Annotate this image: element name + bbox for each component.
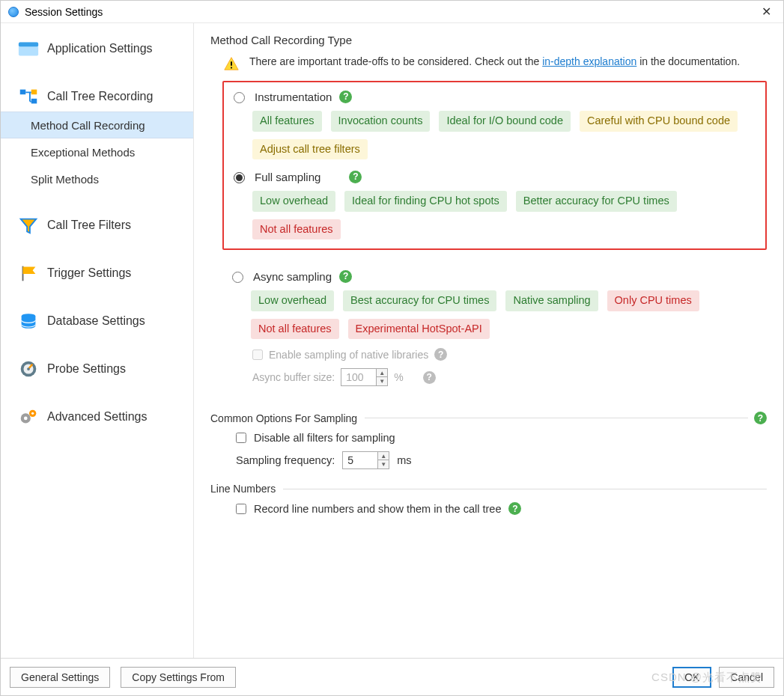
sidebar-item-application-settings[interactable]: Application Settings: [1, 34, 193, 64]
svg-point-10: [24, 417, 28, 421]
help-icon[interactable]: ?: [423, 371, 436, 384]
spinner-up-icon[interactable]: ▲: [377, 369, 387, 377]
async-sampling-tags: Low overheadBest accuracy for CPU timesN…: [251, 290, 761, 339]
sidebar-item-label: Split Methods: [31, 173, 99, 186]
help-icon[interactable]: ?: [508, 502, 521, 515]
divider: [365, 418, 748, 418]
async-buffer-size-unit: %: [394, 371, 403, 383]
divider: [283, 489, 767, 489]
tag: Only CPU times: [607, 290, 699, 311]
sidebar-item-exceptional-methods[interactable]: Exceptional Methods: [1, 138, 193, 165]
svg-rect-3: [31, 90, 37, 95]
spinner-down-icon[interactable]: ▼: [378, 460, 389, 468]
help-icon[interactable]: ?: [349, 171, 362, 183]
info-text: There are important trade-offs to be con…: [249, 54, 740, 69]
radio-instrumentation[interactable]: [234, 92, 245, 103]
cancel-button[interactable]: Cancel: [719, 667, 774, 688]
tag: All features: [252, 111, 322, 132]
sidebar-item-label: Exceptional Methods: [31, 146, 135, 159]
help-icon[interactable]: ?: [339, 270, 352, 283]
general-settings-button[interactable]: General Settings: [10, 667, 110, 688]
sidebar-item-advanced-settings[interactable]: Advanced Settings: [1, 402, 193, 432]
sidebar-item-label: Trigger Settings: [47, 266, 131, 280]
radio-full-sampling[interactable]: [234, 172, 245, 183]
warning-icon: [222, 54, 240, 72]
tag: Low overhead: [252, 191, 335, 212]
radio-instrumentation-label[interactable]: Instrumentation: [255, 91, 332, 103]
page-title: Method Call Recording Type: [210, 34, 767, 46]
svg-rect-2: [20, 90, 26, 95]
svg-point-12: [31, 412, 34, 415]
disable-all-filters-label: Disable all filters for sampling: [254, 432, 395, 444]
svg-rect-14: [231, 67, 232, 69]
main-panel: Method Call Recording Type There are imp…: [194, 23, 783, 658]
svg-rect-4: [31, 99, 37, 104]
full-sampling-tags: Low overheadIdeal for finding CPU hot sp…: [252, 191, 759, 239]
svg-point-8: [27, 367, 30, 370]
sidebar-item-call-tree-filters[interactable]: Call Tree Filters: [1, 210, 193, 240]
gears-icon: [16, 406, 41, 428]
sampling-frequency-unit: ms: [397, 454, 411, 466]
window-titlebar: Session Settings ✕: [1, 1, 783, 23]
sidebar: Application Settings Call Tree Recording…: [1, 23, 194, 658]
sidebar-item-label: Advanced Settings: [47, 410, 147, 424]
help-icon[interactable]: ?: [754, 412, 767, 424]
in-depth-explanation-link[interactable]: in-depth explanation: [542, 55, 636, 67]
async-buffer-size-field[interactable]: ▲ ▼: [341, 368, 388, 386]
info-pre: There are important trade-offs to be con…: [249, 55, 542, 67]
flag-icon: [16, 262, 41, 284]
funnel-icon: [16, 214, 41, 236]
checkbox-enable-native-sampling[interactable]: [252, 349, 263, 360]
app-icon: [8, 7, 19, 17]
database-icon: [16, 310, 41, 332]
tag: Adjust call tree filters: [252, 139, 368, 160]
ok-button[interactable]: OK: [672, 667, 711, 688]
sidebar-item-split-methods[interactable]: Split Methods: [1, 165, 193, 192]
info-post: in the documentation.: [636, 55, 740, 67]
spinner-up-icon[interactable]: ▲: [378, 452, 389, 460]
svg-rect-1: [19, 43, 38, 47]
sidebar-item-label: Application Settings: [47, 42, 153, 55]
radio-async-sampling-label[interactable]: Async sampling: [253, 270, 332, 283]
spinner-down-icon[interactable]: ▼: [377, 377, 387, 385]
svg-rect-13: [231, 61, 232, 66]
tag: Best accuracy for CPU times: [343, 290, 496, 311]
footer: General Settings Copy Settings From OK C…: [1, 658, 783, 695]
copy-settings-from-button[interactable]: Copy Settings From: [121, 667, 236, 688]
tag: Invocation counts: [331, 111, 431, 132]
tree-icon: [16, 85, 41, 108]
async-sampling-block: Async sampling ? Low overheadBest accura…: [222, 262, 767, 398]
sampling-frequency-field[interactable]: ▲ ▼: [342, 451, 389, 469]
tag: Better accuracy for CPU times: [516, 191, 677, 212]
help-icon[interactable]: ?: [434, 348, 447, 361]
async-buffer-size-input[interactable]: [341, 371, 376, 383]
sidebar-item-trigger-settings[interactable]: Trigger Settings: [1, 258, 193, 288]
instrumentation-tags: All featuresInvocation countsIdeal for I…: [252, 111, 759, 159]
record-line-numbers-label: Record line numbers and show them in the…: [254, 503, 501, 515]
enable-native-sampling-label: Enable sampling of native libraries: [269, 349, 428, 361]
sidebar-item-label: Database Settings: [47, 314, 145, 328]
help-icon[interactable]: ?: [339, 91, 352, 103]
sampling-frequency-input[interactable]: [343, 454, 377, 466]
common-options-heading: Common Options For Sampling: [210, 412, 357, 424]
tag: Low overhead: [251, 290, 334, 311]
checkbox-record-line-numbers[interactable]: [236, 504, 246, 514]
radio-full-sampling-label[interactable]: Full sampling: [255, 171, 320, 183]
radio-async-sampling[interactable]: [232, 272, 243, 283]
sidebar-item-label: Call Tree Recording: [47, 90, 153, 103]
sidebar-item-database-settings[interactable]: Database Settings: [1, 306, 193, 336]
close-icon[interactable]: ✕: [757, 4, 776, 19]
sidebar-item-label: Probe Settings: [47, 362, 126, 376]
sidebar-item-call-tree-recording[interactable]: Call Tree Recording: [1, 82, 193, 112]
tag: Not all features: [252, 219, 341, 240]
async-buffer-size-label: Async buffer size:: [252, 371, 335, 383]
checkbox-disable-all-filters[interactable]: [236, 433, 246, 443]
sampling-frequency-label: Sampling frequency:: [236, 454, 335, 466]
tag: Native sampling: [505, 290, 598, 311]
sidebar-item-method-call-recording[interactable]: Method Call Recording: [1, 112, 193, 138]
tag: Experimental HotSpot-API: [348, 319, 490, 340]
tag: Careful with CPU bound code: [580, 111, 738, 132]
tag: Not all features: [251, 319, 339, 340]
sidebar-item-probe-settings[interactable]: Probe Settings: [1, 354, 193, 384]
tag: Ideal for I/O bound code: [439, 111, 571, 132]
